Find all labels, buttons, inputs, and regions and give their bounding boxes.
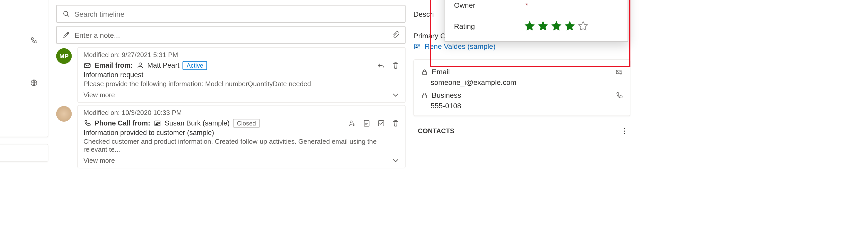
star-icon[interactable] (564, 21, 575, 32)
phone-icon[interactable] (28, 36, 40, 44)
star-icon[interactable] (578, 21, 589, 32)
star-icon[interactable] (551, 21, 562, 32)
flyout-rating[interactable]: Rating (454, 15, 619, 36)
timeline-item: MP Modified on: 9/27/2021 5:31 PM Email … (56, 47, 406, 103)
field-ticker[interactable]: Ticker Symbol --- (0, 114, 40, 135)
field-label: Owner (454, 1, 524, 9)
activity-avatar: MP (56, 48, 72, 64)
timeline-more-button[interactable] (396, 0, 405, 1)
contact-business-row: Business (421, 89, 623, 102)
star-icon[interactable] (537, 21, 549, 32)
required-mark: * (524, 1, 530, 9)
close-activity-button[interactable] (377, 119, 385, 127)
lock-icon (421, 91, 432, 99)
globe-icon[interactable] (28, 79, 40, 87)
field-account-name[interactable]: Account Name * A. Datum Corporation (sam… (0, 9, 40, 30)
search-input[interactable] (74, 10, 399, 18)
section-header: ADDRESS (0, 150, 40, 161)
field-value: http://www.adatum.com/ (0, 79, 28, 87)
activity-kind: Email from: (94, 62, 133, 69)
person-icon (136, 62, 144, 69)
status-badge: Active (183, 61, 207, 70)
field-value: --- (0, 57, 40, 66)
field-value: --- (0, 121, 40, 129)
field-value: --- (0, 100, 40, 108)
timeline-filter-button[interactable] (358, 0, 367, 1)
timeline-title: Timeline (57, 0, 339, 1)
phone-action-button[interactable] (615, 91, 623, 99)
left-column: ACCOUNT INFORMATION Account Name * A. Da… (0, 0, 49, 168)
activity-avatar (56, 106, 72, 122)
timeline-column: Timeline Enter a note... (56, 0, 406, 168)
activity-subject: Information provided to customer (sample… (84, 129, 399, 137)
field-label: Business (432, 91, 461, 99)
attach-icon (392, 31, 399, 39)
primary-contact-value: Rene Valdes (sample) (425, 42, 496, 51)
contact-business-value[interactable]: 555-0108 (421, 102, 623, 112)
timeline-item: Modified on: 10/3/2020 10:33 PM Phone Ca… (56, 105, 406, 168)
contact-email-value[interactable]: someone_i@example.com (421, 78, 623, 89)
field-value: A. Datum Corporation (sample) (0, 15, 40, 24)
primary-contact-link[interactable]: Rene Valdes (sample) (413, 42, 630, 51)
activity-card[interactable]: Modified on: 9/27/2021 5:31 PM Email fro… (77, 47, 406, 103)
contact-icon (413, 42, 421, 50)
mail-icon (84, 62, 91, 69)
activity-card[interactable]: Modified on: 10/3/2020 10:33 PM Phone Ca… (77, 105, 406, 168)
contact-email-row: Email (421, 66, 623, 78)
activity-subject: Information request (84, 71, 399, 79)
reply-button[interactable] (377, 62, 385, 69)
delete-button[interactable] (392, 62, 399, 69)
field-label: Email (432, 68, 450, 76)
timeline-sort-button[interactable] (377, 0, 386, 1)
contacts-label: CONTACTS (418, 127, 455, 135)
form-body: ACCOUNT INFORMATION Account Name * A. Da… (0, 0, 635, 168)
activity-kind: Phone Call from: (94, 119, 150, 127)
contacts-more-button[interactable] (620, 127, 628, 135)
search-icon (62, 10, 70, 18)
attach-button[interactable] (392, 31, 399, 39)
field-phone[interactable]: Phone 555-123 (0, 30, 40, 51)
flyout-owner[interactable]: Owner * (454, 0, 619, 15)
chevron-down-icon[interactable] (392, 157, 399, 164)
contacts-section-header: CONTACTS (413, 123, 630, 135)
status-badge: Closed (233, 119, 260, 128)
activity-body: Please provide the following information… (84, 80, 399, 88)
chevron-down-icon[interactable] (392, 91, 399, 99)
activity-body: Checked customer and product information… (84, 138, 399, 154)
activity-modified: Modified on: 9/27/2021 5:31 PM (84, 51, 399, 59)
pencil-icon (62, 31, 70, 39)
lock-icon (421, 68, 432, 76)
view-more-button[interactable]: View more (84, 91, 115, 99)
timeline-note[interactable]: Enter a note... (56, 26, 406, 44)
activity-modified: Modified on: 10/3/2020 10:33 PM (84, 109, 399, 116)
address-section: ADDRESS (0, 144, 49, 162)
field-label: Rating (454, 22, 524, 30)
view-more-button[interactable]: View more (84, 157, 115, 164)
assign-button[interactable] (348, 119, 356, 127)
contact-card: Email someone_i@example.com Business 555… (413, 59, 630, 116)
activity-from: Susan Burk (sample) (165, 119, 230, 127)
header-flyout: Annual Revenue $10,000.00 Number of Empl… (444, 0, 628, 42)
timeline-header: Timeline (56, 0, 406, 5)
note-placeholder: Enter a note... (74, 31, 120, 39)
contact-icon (153, 119, 161, 127)
rating-stars[interactable] (524, 21, 619, 32)
account-info-section: ACCOUNT INFORMATION Account Name * A. Da… (0, 0, 49, 137)
field-value: 555-123 (0, 36, 28, 44)
phone-icon (84, 119, 91, 127)
activity-from: Matt Peart (147, 62, 180, 69)
star-icon[interactable] (524, 21, 535, 32)
field-website[interactable]: Website http://www.adatum.com/ (0, 72, 40, 93)
mail-action-button[interactable] (615, 68, 623, 76)
delete-button[interactable] (392, 119, 399, 127)
timeline-search[interactable] (56, 5, 406, 23)
section-header: ACCOUNT INFORMATION (0, 0, 40, 9)
note-button[interactable] (363, 119, 371, 127)
timeline-add-button[interactable] (339, 0, 348, 1)
field-fax[interactable]: Fax --- (0, 51, 40, 72)
right-column: Annual Revenue $10,000.00 Number of Empl… (413, 0, 630, 135)
field-parent-account[interactable]: Parent Account --- (0, 93, 40, 114)
